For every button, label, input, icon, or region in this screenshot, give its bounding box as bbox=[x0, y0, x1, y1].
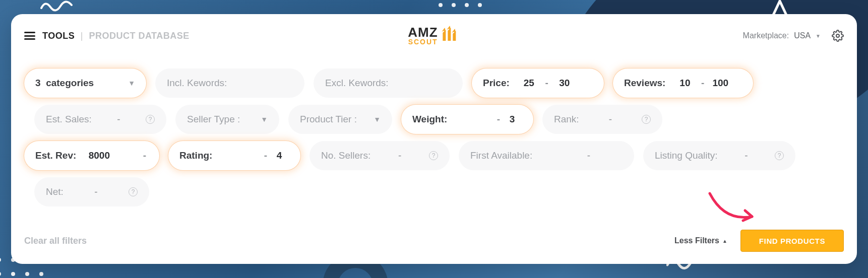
topbar: TOOLS | PRODUCT DATABASE AMZ SCOUT Marke… bbox=[24, 25, 844, 46]
filters: 3 categories ▼ Incl. Kewords: Excl. Kewo… bbox=[24, 68, 844, 206]
product-tier-select[interactable]: Product Tier : ▼ bbox=[288, 105, 392, 134]
est-sales-filter[interactable]: Est. Sales: - ? bbox=[34, 105, 166, 134]
help-icon[interactable]: ? bbox=[429, 151, 438, 160]
first-available-filter[interactable]: First Available: - bbox=[459, 141, 634, 170]
logo-brand: AMZ bbox=[408, 26, 438, 39]
logo-arrows-icon bbox=[441, 26, 460, 43]
listing-quality-filter[interactable]: Listing Quality: - ? bbox=[643, 141, 795, 170]
logo-sub: SCOUT bbox=[408, 38, 438, 46]
reviews-min-input[interactable] bbox=[671, 78, 699, 89]
price-filter[interactable]: Price: - bbox=[472, 68, 604, 98]
rating-filter[interactable]: Rating: - bbox=[168, 141, 300, 170]
est-rev-min-input[interactable] bbox=[82, 150, 117, 161]
caret-up-icon: ▲ bbox=[722, 238, 727, 244]
caret-down-icon: ▼ bbox=[261, 115, 268, 123]
marketplace-select[interactable]: Marketplace: USA ▼ bbox=[743, 31, 821, 40]
filter-card: TOOLS | PRODUCT DATABASE AMZ SCOUT Marke… bbox=[11, 14, 857, 264]
exclude-keywords-input[interactable]: Excl. Kewords: bbox=[314, 68, 463, 98]
reviews-filter[interactable]: Reviews: - bbox=[613, 68, 753, 98]
breadcrumb-tools[interactable]: TOOLS bbox=[42, 31, 75, 41]
logo: AMZ SCOUT bbox=[408, 26, 460, 46]
marketplace-label: Marketplace: bbox=[743, 31, 789, 40]
price-max-input[interactable] bbox=[550, 78, 579, 89]
reviews-max-input[interactable] bbox=[706, 78, 734, 89]
price-min-input[interactable] bbox=[515, 78, 543, 89]
breadcrumb-page: PRODUCT DATABASE bbox=[89, 31, 189, 41]
net-filter[interactable]: Net: - ? bbox=[34, 177, 149, 206]
est-rev-filter[interactable]: Est. Rev: - bbox=[24, 141, 159, 170]
svg-point-0 bbox=[836, 34, 839, 37]
caret-down-icon: ▼ bbox=[816, 33, 821, 39]
no-sellers-filter[interactable]: No. Sellers: - ? bbox=[309, 141, 450, 170]
marketplace-value: USA bbox=[794, 31, 811, 40]
menu-icon[interactable] bbox=[24, 32, 35, 40]
bottombar: Clear all filters Less Filters ▲ FIND PR… bbox=[24, 228, 844, 254]
clear-all-filters[interactable]: Clear all filters bbox=[24, 236, 87, 246]
less-filters-toggle[interactable]: Less Filters ▲ bbox=[674, 236, 727, 245]
rating-max-input[interactable] bbox=[269, 150, 289, 161]
help-icon[interactable]: ? bbox=[775, 151, 784, 160]
weight-filter[interactable]: Weight: - bbox=[401, 105, 533, 134]
help-icon[interactable]: ? bbox=[146, 115, 155, 124]
categories-select[interactable]: 3 categories ▼ bbox=[24, 68, 146, 98]
include-keywords-input[interactable]: Incl. Kewords: bbox=[155, 68, 304, 98]
gear-icon[interactable] bbox=[832, 30, 844, 42]
find-products-button[interactable]: FIND PRODUCTS bbox=[740, 230, 844, 252]
help-icon[interactable]: ? bbox=[642, 115, 651, 124]
help-icon[interactable]: ? bbox=[129, 187, 138, 196]
caret-down-icon: ▼ bbox=[128, 79, 135, 87]
rank-filter[interactable]: Rank: - ? bbox=[542, 105, 662, 134]
breadcrumb: TOOLS | PRODUCT DATABASE bbox=[42, 31, 190, 41]
weight-max-input[interactable] bbox=[502, 114, 522, 125]
caret-down-icon: ▼ bbox=[374, 115, 381, 123]
seller-type-select[interactable]: Seller Type : ▼ bbox=[175, 105, 279, 134]
